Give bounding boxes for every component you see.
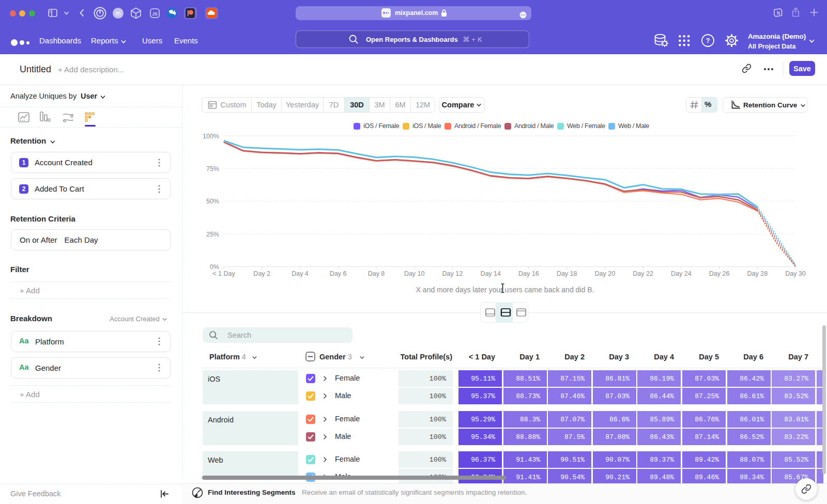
svg-text:25%: 25%	[206, 231, 219, 238]
svg-text:Day 18: Day 18	[557, 270, 577, 277]
svg-text:Day 6: Day 6	[330, 270, 347, 277]
svg-text:75%: 75%	[206, 165, 219, 172]
svg-text:Day 2: Day 2	[253, 270, 270, 277]
svg-text:Day 30: Day 30	[785, 270, 806, 277]
svg-text:Day 4: Day 4	[292, 270, 309, 277]
svg-text:< 1 Day: < 1 Day	[212, 270, 235, 277]
svg-text:Day 22: Day 22	[633, 270, 653, 277]
svg-text:Day 26: Day 26	[709, 270, 730, 277]
svg-text:Day 28: Day 28	[747, 270, 768, 277]
svg-text:Day 10: Day 10	[404, 270, 425, 277]
svg-text:50%: 50%	[206, 198, 219, 205]
svg-text:Day 12: Day 12	[442, 270, 463, 277]
svg-text:Day 14: Day 14	[480, 270, 501, 277]
svg-text:Day 20: Day 20	[595, 270, 616, 277]
svg-text:Day 24: Day 24	[671, 270, 692, 277]
svg-text:Day 8: Day 8	[368, 270, 385, 277]
svg-text:Day 16: Day 16	[518, 270, 539, 277]
svg-text:0%: 0%	[210, 263, 219, 271]
svg-text:100%: 100%	[203, 133, 219, 140]
